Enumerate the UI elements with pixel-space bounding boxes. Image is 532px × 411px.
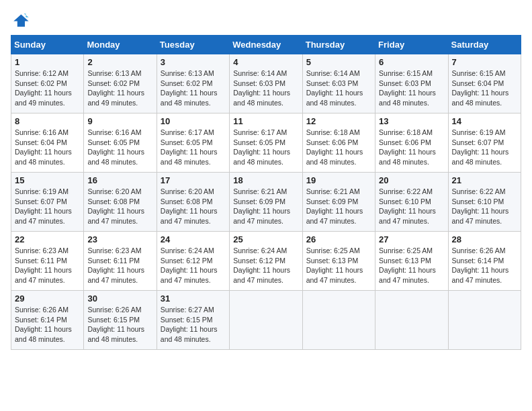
day-info: Sunrise: 6:25 AMSunset: 6:13 PMDaylight:… [379,246,436,284]
day-number: 6 [379,57,444,67]
calendar-week-row: 29 Sunrise: 6:26 AMSunset: 6:14 PMDaylig… [11,291,521,350]
calendar-day-cell: 16 Sunrise: 6:20 AMSunset: 6:08 PMDaylig… [84,173,157,232]
calendar-day-cell: 14 Sunrise: 6:19 AMSunset: 6:07 PMDaylig… [448,113,521,173]
day-info: Sunrise: 6:15 AMSunset: 6:04 PMDaylight:… [452,69,509,107]
calendar-day-cell [230,291,302,350]
day-info: Sunrise: 6:14 AMSunset: 6:03 PMDaylight:… [306,69,363,107]
calendar-day-cell [448,291,521,350]
day-info: Sunrise: 6:17 AMSunset: 6:05 PMDaylight:… [233,128,290,166]
day-number: 11 [233,116,298,126]
day-number: 4 [233,57,298,67]
day-number: 13 [379,116,444,126]
day-number: 10 [161,116,226,126]
day-info: Sunrise: 6:20 AMSunset: 6:08 PMDaylight:… [87,187,144,225]
day-number: 22 [15,234,80,244]
calendar-day-cell: 7 Sunrise: 6:15 AMSunset: 6:04 PMDayligh… [448,54,521,113]
day-info: Sunrise: 6:15 AMSunset: 6:03 PMDaylight:… [379,69,436,107]
calendar-day-cell: 31 Sunrise: 6:27 AMSunset: 6:15 PMDaylig… [157,291,229,350]
day-number: 9 [87,116,152,126]
day-info: Sunrise: 6:19 AMSunset: 6:07 PMDaylight:… [452,128,509,166]
day-info: Sunrise: 6:18 AMSunset: 6:06 PMDaylight:… [306,128,363,166]
day-number: 14 [452,116,517,126]
day-info: Sunrise: 6:16 AMSunset: 6:04 PMDaylight:… [15,128,72,166]
day-number: 30 [87,293,152,304]
day-info: Sunrise: 6:22 AMSunset: 6:10 PMDaylight:… [452,187,509,225]
calendar-day-cell: 9 Sunrise: 6:16 AMSunset: 6:05 PMDayligh… [84,113,157,173]
weekday-header-cell: Thursday [302,36,375,54]
weekday-header-cell: Wednesday [230,36,302,54]
day-number: 29 [15,293,80,304]
day-number: 12 [306,116,371,126]
calendar-day-cell: 28 Sunrise: 6:26 AMSunset: 6:14 PMDaylig… [448,232,521,291]
calendar-day-cell: 15 Sunrise: 6:19 AMSunset: 6:07 PMDaylig… [11,173,84,232]
day-info: Sunrise: 6:19 AMSunset: 6:07 PMDaylight:… [15,187,72,225]
calendar-day-cell: 23 Sunrise: 6:23 AMSunset: 6:11 PMDaylig… [84,232,157,291]
logo [11,11,32,30]
day-info: Sunrise: 6:13 AMSunset: 6:02 PMDaylight:… [161,69,218,107]
day-info: Sunrise: 6:26 AMSunset: 6:14 PMDaylight:… [15,306,72,343]
day-number: 3 [161,57,226,67]
weekday-header-cell: Saturday [448,36,521,54]
calendar-table: SundayMondayTuesdayWednesdayThursdayFrid… [11,35,521,350]
calendar-day-cell: 18 Sunrise: 6:21 AMSunset: 6:09 PMDaylig… [230,173,302,232]
day-info: Sunrise: 6:26 AMSunset: 6:15 PMDaylight:… [87,306,144,343]
calendar-body: 1 Sunrise: 6:12 AMSunset: 6:02 PMDayligh… [11,54,521,350]
calendar-day-cell: 22 Sunrise: 6:23 AMSunset: 6:11 PMDaylig… [11,232,84,291]
calendar-day-cell: 11 Sunrise: 6:17 AMSunset: 6:05 PMDaylig… [230,113,302,173]
day-number: 8 [15,116,80,126]
day-number: 18 [233,175,298,185]
day-number: 15 [15,175,80,185]
calendar-week-row: 15 Sunrise: 6:19 AMSunset: 6:07 PMDaylig… [11,173,521,232]
day-info: Sunrise: 6:24 AMSunset: 6:12 PMDaylight:… [161,246,218,284]
day-info: Sunrise: 6:21 AMSunset: 6:09 PMDaylight:… [233,187,290,225]
day-number: 25 [233,234,298,244]
calendar-day-cell: 5 Sunrise: 6:14 AMSunset: 6:03 PMDayligh… [302,54,375,113]
day-info: Sunrise: 6:14 AMSunset: 6:03 PMDaylight:… [233,69,290,107]
day-info: Sunrise: 6:26 AMSunset: 6:14 PMDaylight:… [452,246,509,284]
day-number: 27 [379,234,444,244]
day-number: 1 [15,57,80,67]
day-info: Sunrise: 6:21 AMSunset: 6:09 PMDaylight:… [306,187,363,225]
day-info: Sunrise: 6:17 AMSunset: 6:05 PMDaylight:… [161,128,218,166]
day-info: Sunrise: 6:20 AMSunset: 6:08 PMDaylight:… [161,187,218,225]
day-number: 28 [452,234,517,244]
day-info: Sunrise: 6:24 AMSunset: 6:12 PMDaylight:… [233,246,290,284]
calendar-week-row: 8 Sunrise: 6:16 AMSunset: 6:04 PMDayligh… [11,113,521,173]
day-info: Sunrise: 6:23 AMSunset: 6:11 PMDaylight:… [87,246,144,284]
day-info: Sunrise: 6:12 AMSunset: 6:02 PMDaylight:… [15,69,72,107]
day-info: Sunrise: 6:16 AMSunset: 6:05 PMDaylight:… [87,128,144,166]
page-header [11,11,521,30]
calendar-day-cell: 30 Sunrise: 6:26 AMSunset: 6:15 PMDaylig… [84,291,157,350]
day-info: Sunrise: 6:23 AMSunset: 6:11 PMDaylight:… [15,246,72,284]
calendar-day-cell: 4 Sunrise: 6:14 AMSunset: 6:03 PMDayligh… [230,54,302,113]
calendar-day-cell: 27 Sunrise: 6:25 AMSunset: 6:13 PMDaylig… [375,232,448,291]
day-number: 26 [306,234,371,244]
calendar-day-cell: 21 Sunrise: 6:22 AMSunset: 6:10 PMDaylig… [448,173,521,232]
calendar-day-cell: 20 Sunrise: 6:22 AMSunset: 6:10 PMDaylig… [375,173,448,232]
calendar-day-cell: 19 Sunrise: 6:21 AMSunset: 6:09 PMDaylig… [302,173,375,232]
day-info: Sunrise: 6:13 AMSunset: 6:02 PMDaylight:… [87,69,144,107]
day-number: 2 [87,57,152,67]
day-number: 21 [452,175,517,185]
day-number: 23 [87,234,152,244]
weekday-header-cell: Monday [84,36,157,54]
calendar-day-cell: 1 Sunrise: 6:12 AMSunset: 6:02 PMDayligh… [11,54,84,113]
day-number: 19 [306,175,371,185]
calendar-day-cell: 29 Sunrise: 6:26 AMSunset: 6:14 PMDaylig… [11,291,84,350]
logo-icon [11,11,30,30]
weekday-header-row: SundayMondayTuesdayWednesdayThursdayFrid… [11,36,521,54]
day-number: 24 [161,234,226,244]
day-number: 20 [379,175,444,185]
calendar-day-cell: 2 Sunrise: 6:13 AMSunset: 6:02 PMDayligh… [84,54,157,113]
calendar-week-row: 22 Sunrise: 6:23 AMSunset: 6:11 PMDaylig… [11,232,521,291]
day-info: Sunrise: 6:27 AMSunset: 6:15 PMDaylight:… [161,306,218,343]
calendar-day-cell: 24 Sunrise: 6:24 AMSunset: 6:12 PMDaylig… [157,232,229,291]
calendar-day-cell: 8 Sunrise: 6:16 AMSunset: 6:04 PMDayligh… [11,113,84,173]
day-number: 5 [306,57,371,67]
calendar-day-cell: 17 Sunrise: 6:20 AMSunset: 6:08 PMDaylig… [157,173,229,232]
day-info: Sunrise: 6:22 AMSunset: 6:10 PMDaylight:… [379,187,436,225]
day-number: 16 [87,175,152,185]
day-number: 7 [452,57,517,67]
calendar-week-row: 1 Sunrise: 6:12 AMSunset: 6:02 PMDayligh… [11,54,521,113]
weekday-header-cell: Sunday [11,36,84,54]
